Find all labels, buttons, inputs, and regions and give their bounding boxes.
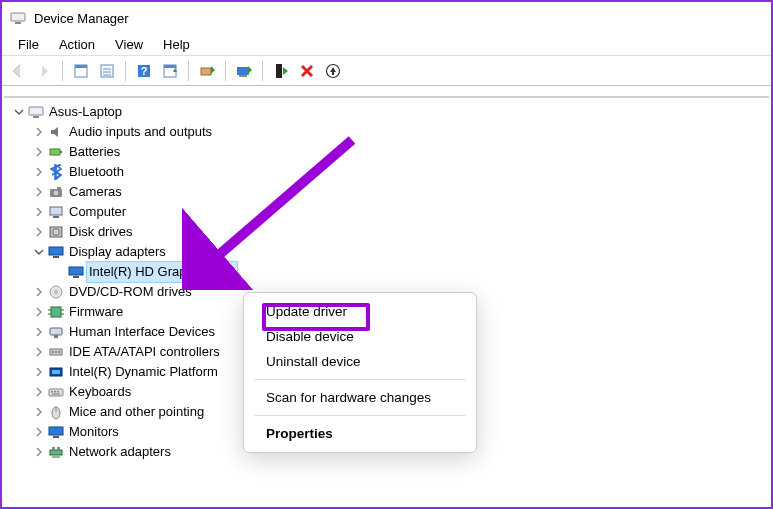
expander-icon[interactable] xyxy=(32,425,46,439)
svg-rect-23 xyxy=(29,107,43,115)
update-driver-icon[interactable] xyxy=(195,59,219,83)
menu-help[interactable]: Help xyxy=(153,35,200,54)
expander-icon[interactable] xyxy=(32,145,46,159)
camera-icon xyxy=(48,184,64,200)
audio-icon xyxy=(48,124,64,140)
toolbar-separator xyxy=(125,61,126,81)
context-menu-item[interactable]: Scan for hardware changes xyxy=(244,385,476,410)
tree-category[interactable]: Bluetooth xyxy=(4,162,769,182)
tree-item-label: IDE ATA/ATAPI controllers xyxy=(69,342,220,362)
device-manager-icon xyxy=(10,10,26,26)
context-menu-item[interactable]: Uninstall device xyxy=(244,349,476,374)
svg-rect-65 xyxy=(57,447,60,450)
menu-file[interactable]: File xyxy=(8,35,49,54)
svg-rect-63 xyxy=(50,450,62,455)
expander-icon[interactable] xyxy=(32,365,46,379)
back-icon[interactable] xyxy=(6,59,30,83)
svg-rect-18 xyxy=(276,64,282,78)
tree-root[interactable]: Asus-Laptop xyxy=(4,102,769,122)
svg-point-28 xyxy=(54,191,59,196)
forward-icon[interactable] xyxy=(32,59,56,83)
mouse-icon xyxy=(48,404,64,420)
svg-rect-53 xyxy=(52,370,60,374)
expander-icon[interactable] xyxy=(32,245,46,259)
expander-icon[interactable] xyxy=(32,445,46,459)
svg-point-40 xyxy=(55,291,58,294)
svg-rect-26 xyxy=(60,151,62,153)
scan-icon[interactable] xyxy=(158,59,182,83)
svg-rect-11 xyxy=(164,65,176,68)
properties-icon[interactable] xyxy=(95,59,119,83)
svg-rect-61 xyxy=(49,427,63,435)
svg-rect-62 xyxy=(53,436,59,438)
context-menu-item[interactable]: Disable device xyxy=(244,324,476,349)
svg-rect-22 xyxy=(332,72,334,75)
computer-root xyxy=(28,104,44,120)
expander-icon[interactable] xyxy=(32,405,46,419)
toolbar-separator xyxy=(225,61,226,81)
context-menu-item[interactable]: Update driver xyxy=(244,299,476,324)
tree-category[interactable]: Disk drives xyxy=(4,222,769,242)
firmware-icon xyxy=(48,304,64,320)
expander-icon[interactable] xyxy=(32,125,46,139)
tree-item-label: Firmware xyxy=(69,302,123,322)
svg-rect-46 xyxy=(50,328,62,335)
svg-rect-41 xyxy=(51,307,61,317)
svg-rect-25 xyxy=(50,149,60,155)
svg-marker-14 xyxy=(211,66,215,74)
expander-icon[interactable] xyxy=(32,385,46,399)
tree-category[interactable]: Audio inputs and outputs xyxy=(4,122,769,142)
expander-icon[interactable] xyxy=(52,265,66,279)
tree-item-label: Batteries xyxy=(69,142,120,162)
help-icon[interactable]: ? xyxy=(132,59,156,83)
expander-icon[interactable] xyxy=(32,325,46,339)
expander-icon[interactable] xyxy=(32,225,46,239)
context-menu: Update driverDisable deviceUninstall dev… xyxy=(243,292,477,453)
svg-rect-29 xyxy=(57,187,61,189)
svg-rect-15 xyxy=(237,67,249,75)
svg-text:?: ? xyxy=(141,65,148,77)
svg-rect-24 xyxy=(33,116,39,118)
disk-icon xyxy=(48,224,64,240)
svg-rect-38 xyxy=(73,276,79,278)
tree-item-label: Audio inputs and outputs xyxy=(69,122,212,142)
tree-device[interactable]: Intel(R) HD Graphics 620 xyxy=(4,262,769,282)
expander-icon[interactable] xyxy=(32,205,46,219)
svg-rect-57 xyxy=(57,391,59,393)
tree-category[interactable]: Cameras xyxy=(4,182,769,202)
expander-icon[interactable] xyxy=(12,105,26,119)
expander-icon[interactable] xyxy=(32,345,46,359)
svg-rect-13 xyxy=(201,68,211,75)
expander-icon[interactable] xyxy=(32,165,46,179)
tree-item-label: Mice and other pointing xyxy=(69,402,204,422)
svg-rect-36 xyxy=(53,256,59,258)
expander-icon[interactable] xyxy=(32,305,46,319)
svg-rect-64 xyxy=(52,447,55,450)
svg-rect-16 xyxy=(239,75,247,77)
expander-icon[interactable] xyxy=(32,285,46,299)
tree-category[interactable]: Computer xyxy=(4,202,769,222)
menu-view[interactable]: View xyxy=(105,35,153,54)
display-icon xyxy=(68,264,84,280)
tree-category[interactable]: Batteries xyxy=(4,142,769,162)
menu-action[interactable]: Action xyxy=(49,35,105,54)
svg-rect-55 xyxy=(51,391,53,393)
disable-icon[interactable] xyxy=(269,59,293,83)
remove-icon[interactable] xyxy=(295,59,319,83)
context-menu-item[interactable]: Properties xyxy=(244,421,476,446)
svg-rect-35 xyxy=(49,247,63,255)
uninstall-driver-icon[interactable] xyxy=(232,59,256,83)
battery-icon xyxy=(48,144,64,160)
tree-item-label: Intel(R) HD Graphics 620 xyxy=(86,261,238,283)
tree-item-label: Disk drives xyxy=(69,222,133,242)
menubar: File Action View Help xyxy=(2,34,771,56)
window-title: Device Manager xyxy=(34,11,129,26)
tree-item-label: Cameras xyxy=(69,182,122,202)
details-icon[interactable] xyxy=(321,59,345,83)
tree-item-label: Intel(R) Dynamic Platform xyxy=(69,362,218,382)
svg-marker-21 xyxy=(330,67,336,72)
svg-rect-31 xyxy=(53,216,59,218)
expander-icon[interactable] xyxy=(32,185,46,199)
show-hidden-icon[interactable] xyxy=(69,59,93,83)
tree-category[interactable]: Display adapters xyxy=(4,242,769,262)
